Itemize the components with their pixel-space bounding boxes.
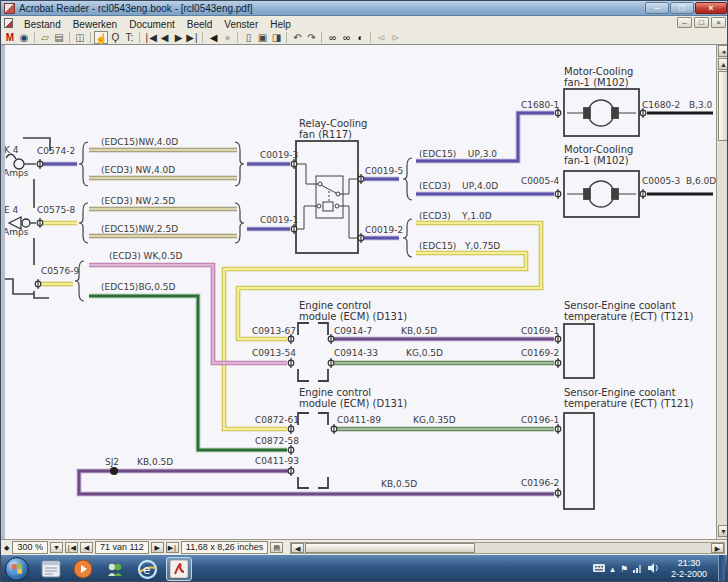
rotate-left-icon[interactable]: ↶ — [290, 31, 304, 44]
messenger-app-button[interactable] — [102, 557, 128, 581]
scroll-pane-arrow-icon[interactable]: ◂ — [718, 45, 728, 57]
text-select-tool-icon[interactable]: T: — [122, 31, 136, 44]
document-restore-button[interactable]: □ — [694, 17, 709, 28]
wire-edc15-y075-label: (EDC15) Y,0.75D — [419, 241, 500, 251]
search-icon[interactable]: ◐ — [353, 31, 367, 44]
motor1-title-line1-label: Motor-Cooling — [564, 67, 633, 77]
first-page-icon[interactable]: ∣◀ — [143, 31, 157, 44]
motor1-box — [564, 89, 639, 136]
fit-page-icon[interactable]: ▣ — [255, 31, 269, 44]
zoom-dropdown-icon[interactable]: ▼ — [50, 542, 63, 553]
conn-c0411-89-label: C0411-89 — [337, 415, 381, 425]
menu-item-bestand[interactable]: Bestand — [18, 19, 67, 30]
status-pane-arrow-icon[interactable]: ◆ — [4, 544, 9, 552]
hand-tool-icon[interactable]: ☝ — [94, 31, 108, 44]
journal-app-button[interactable] — [38, 557, 64, 581]
taskbar-clock[interactable]: 21:30 2-2-2000 — [665, 558, 713, 580]
vertical-scrollbar[interactable]: ◂ ▲ ▼ — [716, 45, 728, 539]
show-desktop-button[interactable] — [718, 555, 725, 582]
menu-bar: BestandBewerkenDocumentBeeldVensterHelp … — [1, 16, 728, 31]
last-page-icon[interactable]: ▶∣ — [185, 31, 199, 44]
page-indicator-field[interactable]: 71 van 112 — [95, 541, 149, 554]
ecm1-title-line2-label: module (ECM) (D131) — [299, 312, 407, 322]
toolbar-separator — [321, 32, 322, 43]
document-minimize-button[interactable]: – — [677, 17, 692, 28]
adobe-logo-icon[interactable]: M — [3, 31, 17, 44]
internet-explorer-app-button[interactable]: e — [134, 557, 160, 581]
pdf-page[interactable]: K 4AmpsC0574-2(EDC15)NW,4.0D(ECD3) NW,4.… — [1, 45, 716, 539]
actual-size-icon[interactable]: ▯ — [241, 31, 255, 44]
scroll-down-icon[interactable]: ▼ — [718, 525, 728, 537]
action-center-flag-icon[interactable]: ⚑ — [620, 565, 628, 574]
status-bar: ◆ 300 % ▼ ∣◀ ◀ 71 van 112 ▶ ▶∣ 11,68 x 8… — [1, 539, 728, 555]
horizontal-scrollbar[interactable]: ◀ ▶ — [290, 542, 725, 554]
windows-flag-icon — [12, 564, 23, 575]
next-view-icon[interactable]: ● — [220, 31, 234, 44]
last-page-button[interactable]: ▶∣ — [166, 542, 179, 553]
motor1-title-line2-label: fan-1 (M102) — [564, 78, 629, 88]
connector-symbol — [555, 424, 561, 434]
search-prev-icon[interactable]: ⊲ — [374, 31, 388, 44]
menu-item-document[interactable]: Document — [123, 19, 181, 30]
clock-date: 2-2-2000 — [671, 569, 707, 580]
next-page-button[interactable]: ▶ — [151, 542, 164, 553]
acrobat-globe-icon[interactable]: ◉ — [17, 31, 31, 44]
connector-symbol — [328, 358, 334, 368]
connector-symbol — [555, 488, 561, 498]
menu-item-bewerken[interactable]: Bewerken — [67, 19, 123, 30]
prev-page-icon[interactable]: ◀ — [157, 31, 171, 44]
pane-splitter[interactable] — [1, 45, 5, 539]
relay-title-line2-label: fan (R117) — [299, 130, 352, 140]
open-icon[interactable]: ▱ — [38, 31, 52, 44]
connector-symbol — [358, 233, 364, 243]
zoom-tool-icon[interactable]: Ϙ — [108, 31, 122, 44]
connector-symbol — [640, 189, 646, 199]
previous-view-icon[interactable]: ◀ — [206, 31, 220, 44]
print-icon[interactable]: ▤ — [52, 31, 66, 44]
media-player-app-button[interactable] — [70, 557, 96, 581]
start-button[interactable] — [5, 557, 29, 581]
acrobat-reader-window: Acrobat Reader - rcl0543eng.book - [rcl0… — [0, 0, 728, 582]
close-button[interactable]: × — [695, 2, 727, 14]
brace-symbol — [79, 203, 88, 243]
conn-c1680-1-label: C1680-1 — [521, 100, 559, 110]
wire-ecd3-wk-label: (ECD3) WK,0.5D — [109, 251, 182, 261]
toolbar: M◉▱▤◫☝ϘT:∣◀◀▶▶∣◀●▯▣◨↶↷∞∞◐⊲⊳ — [1, 30, 728, 45]
first-page-button[interactable]: ∣◀ — [65, 542, 78, 553]
rotate-right-icon[interactable]: ↷ — [304, 31, 318, 44]
connector-symbol — [288, 445, 294, 455]
menu-item-beeld[interactable]: Beeld — [181, 19, 219, 30]
document-close-button[interactable]: × — [711, 17, 726, 28]
document-window-icon — [4, 18, 13, 28]
acrobat-reader-app-button[interactable] — [166, 557, 192, 581]
fit-width-icon[interactable]: ◨ — [269, 31, 283, 44]
next-page-icon[interactable]: ▶ — [171, 31, 185, 44]
hscrollbar-thumb[interactable] — [305, 543, 475, 553]
prev-page-button[interactable]: ◀ — [80, 542, 93, 553]
scroll-right-icon[interactable]: ▶ — [711, 543, 724, 553]
scroll-up-icon[interactable]: ▲ — [718, 58, 728, 70]
zoom-level-field[interactable]: 300 % — [12, 541, 48, 554]
menu-item-help[interactable]: Help — [264, 19, 297, 30]
scrollbar-thumb[interactable] — [718, 71, 728, 141]
maximize-button[interactable]: □ — [670, 2, 694, 14]
volume-icon[interactable] — [648, 563, 660, 575]
wire-edc15-nw40-label: (EDC15)NW,4.0D — [101, 137, 178, 147]
find-again-icon[interactable]: ∞ — [339, 31, 353, 44]
page-size-field: 11,68 x 8,26 inches — [181, 541, 268, 554]
connector-symbol — [35, 279, 41, 289]
show-hidden-icons-icon[interactable]: ▴ — [610, 565, 615, 574]
scroll-left-icon[interactable]: ◀ — [291, 543, 304, 553]
find-icon[interactable]: ∞ — [325, 31, 339, 44]
network-icon[interactable] — [633, 564, 643, 575]
connector-symbol — [331, 424, 337, 434]
thumbnails-icon[interactable]: ◫ — [73, 31, 87, 44]
keyboard-tray-icon[interactable] — [593, 564, 605, 574]
page-mode-icon[interactable]: ▤ — [270, 542, 283, 553]
brace-symbol — [79, 142, 88, 186]
brace-symbol — [403, 219, 412, 257]
menu-item-venster[interactable]: Venster — [218, 19, 264, 30]
toolbar-separator — [202, 32, 203, 43]
search-next-icon[interactable]: ⊳ — [388, 31, 402, 44]
minimize-button[interactable]: – — [645, 2, 669, 14]
